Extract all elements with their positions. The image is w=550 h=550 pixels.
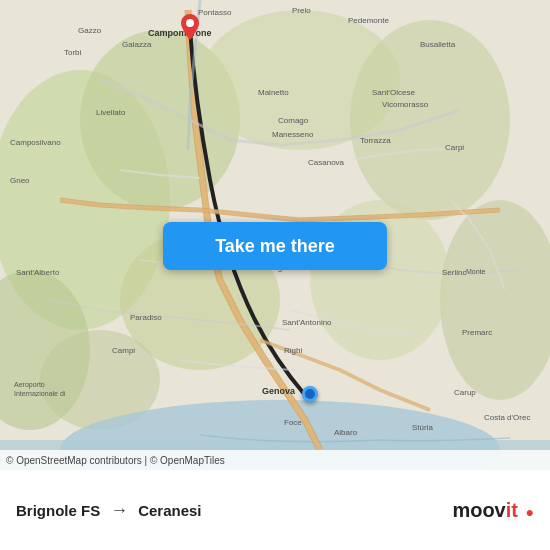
label-premarc: Premarc bbox=[462, 328, 492, 337]
label-vicomorasso: Vicomorasso bbox=[382, 100, 428, 109]
logo-accent: it bbox=[506, 499, 518, 521]
label-busalletta: Busalletta bbox=[420, 40, 455, 49]
copyright-bar: © OpenStreetMap contributors | © OpenMap… bbox=[0, 450, 550, 470]
label-pedemonte: Pedemonte bbox=[348, 16, 389, 25]
label-paradiso: Paradiso bbox=[130, 313, 162, 322]
label-galazza: Galazza bbox=[122, 40, 151, 49]
origin-pin bbox=[181, 14, 199, 44]
label-gazzo: Gazzo bbox=[78, 26, 101, 35]
label-sturla: Stùrla bbox=[412, 423, 433, 432]
label-pontasso: Pontasso bbox=[198, 8, 231, 17]
destination-pin bbox=[302, 386, 318, 402]
label-monte: Monte bbox=[466, 268, 485, 275]
label-campi: Campi bbox=[112, 346, 135, 355]
moovit-logo: moovit ● bbox=[452, 499, 534, 522]
label-casanova: Casanova bbox=[308, 158, 344, 167]
label-righi: Righi bbox=[284, 346, 302, 355]
label-livellato: Livellato bbox=[96, 108, 125, 117]
label-carupo: Carup bbox=[454, 388, 476, 397]
label-prelo: Prelo bbox=[292, 6, 311, 15]
label-malnetto: Malnetto bbox=[258, 88, 289, 97]
label-campomorone: Campomorone bbox=[148, 28, 212, 38]
label-costadorec: Costa d'Orec bbox=[484, 413, 530, 422]
logo-text: moovit ● bbox=[452, 499, 534, 522]
take-me-there-button[interactable]: Take me there bbox=[163, 222, 387, 270]
label-carpi: Carpi bbox=[445, 143, 464, 152]
label-foce: Foce bbox=[284, 418, 302, 427]
map-area: Campomorone Pontasso Prelo Pedemonte Gaz… bbox=[0, 0, 550, 470]
label-comago: Comago bbox=[278, 116, 308, 125]
label-camposilvano: Camposilvano bbox=[10, 138, 61, 147]
svg-point-12 bbox=[186, 19, 194, 27]
label-santalberto: Sant'Alberto bbox=[16, 268, 59, 277]
label-santolcese: Sant'Olcese bbox=[372, 88, 415, 97]
label-aeroporto: AeroportoInternazionale di bbox=[14, 380, 65, 398]
route-destination: Ceranesi bbox=[138, 502, 201, 519]
label-manesseno: Manesseno bbox=[272, 130, 313, 139]
logo-icon: ● bbox=[526, 504, 534, 520]
copyright-text: © OpenStreetMap contributors | © OpenMap… bbox=[6, 455, 225, 466]
label-serlin: Serlinc bbox=[442, 268, 466, 277]
label-gneo: Gneo bbox=[10, 176, 30, 185]
logo-prefix: moov bbox=[452, 499, 505, 521]
route-origin: Brignole FS bbox=[16, 502, 100, 519]
label-torbi: Torbi bbox=[64, 48, 81, 57]
label-santantonino: Sant'Antonino bbox=[282, 318, 332, 327]
route-arrow-icon: → bbox=[110, 500, 128, 521]
route-info: Brignole FS → Ceranesi bbox=[16, 500, 452, 521]
button-label: Take me there bbox=[215, 236, 335, 257]
label-genova: Genova bbox=[262, 386, 295, 396]
bottom-bar: Brignole FS → Ceranesi moovit ● bbox=[0, 470, 550, 550]
app-container: Campomorone Pontasso Prelo Pedemonte Gaz… bbox=[0, 0, 550, 550]
label-torrazza: Torrazza bbox=[360, 136, 391, 145]
label-albaro: Albaro bbox=[334, 428, 357, 437]
